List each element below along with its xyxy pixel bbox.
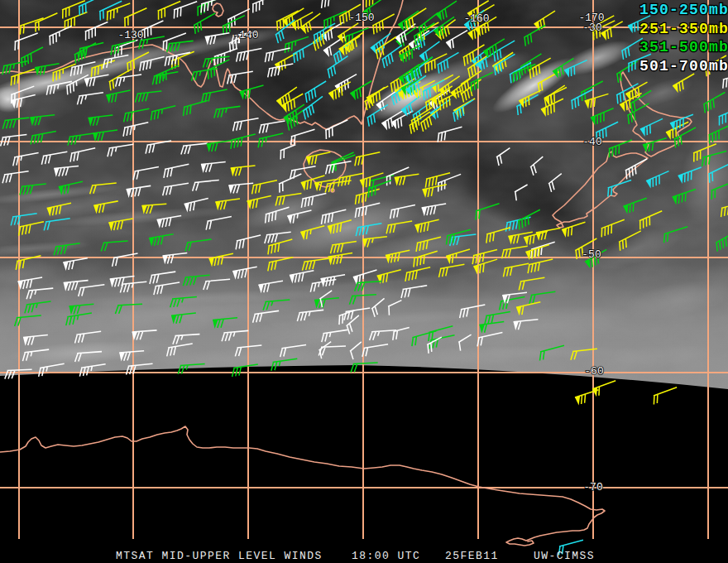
svg-text:25FEB11: 25FEB11 bbox=[445, 550, 499, 562]
svg-text:18:00 UTC: 18:00 UTC bbox=[352, 550, 420, 562]
svg-text:501-700mb: 501-700mb bbox=[639, 58, 728, 75]
svg-text:351-500mb: 351-500mb bbox=[639, 39, 728, 55]
svg-text:-140: -140 bbox=[232, 29, 258, 41]
svg-text:-60: -60 bbox=[584, 365, 603, 378]
svg-text:UW-CIMSS: UW-CIMSS bbox=[534, 550, 595, 562]
svg-text:251-350mb: 251-350mb bbox=[639, 21, 728, 37]
svg-text:-40: -40 bbox=[582, 136, 601, 148]
svg-text:-30: -30 bbox=[582, 22, 601, 34]
svg-text:-150: -150 bbox=[348, 12, 374, 24]
svg-text:-50: -50 bbox=[582, 248, 601, 261]
svg-text:MTSAT MID-UPPER LEVEL WINDS: MTSAT MID-UPPER LEVEL WINDS bbox=[116, 550, 323, 562]
svg-text:-70: -70 bbox=[583, 481, 602, 493]
svg-text:-160: -160 bbox=[463, 12, 489, 25]
svg-text:-130: -130 bbox=[117, 29, 143, 41]
svg-text:150-250mb: 150-250mb bbox=[639, 2, 728, 18]
